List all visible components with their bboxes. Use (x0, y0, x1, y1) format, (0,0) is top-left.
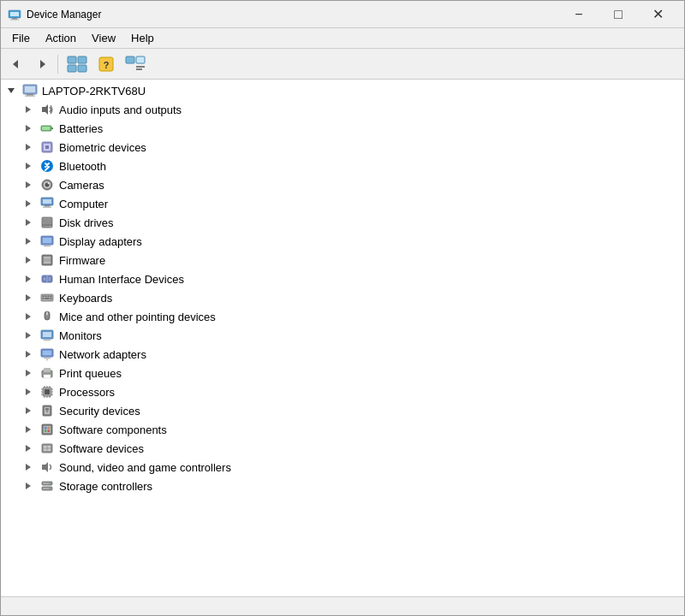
svg-rect-69 (48, 296, 50, 298)
svg-rect-67 (43, 296, 45, 298)
expand-icon[interactable] (21, 347, 35, 361)
expand-icon[interactable] (21, 404, 35, 418)
svg-rect-84 (43, 351, 51, 355)
software-components-icon (39, 423, 56, 436)
expand-icon[interactable] (21, 121, 35, 135)
item-label: Disk drives (59, 216, 114, 229)
expand-icon[interactable] (21, 197, 35, 210)
item-label: Processors (59, 386, 115, 399)
svg-marker-4 (13, 60, 18, 68)
svg-marker-59 (26, 275, 31, 282)
menu-action[interactable]: Action (38, 29, 84, 47)
menu-view[interactable]: View (84, 29, 123, 47)
expand-icon[interactable] (21, 441, 35, 455)
expand-icon[interactable] (21, 366, 35, 380)
list-item[interactable]: Bluetooth (1, 157, 684, 175)
item-label: Audio inputs and outputs (59, 104, 182, 116)
expand-icon[interactable] (21, 103, 35, 116)
hid-icon (39, 272, 56, 286)
content-area: LAPTOP-2RKTV68U Audio inputs and outputs (1, 80, 684, 596)
tree-root[interactable]: LAPTOP-2RKTV68U (1, 81, 684, 100)
expand-icon[interactable] (21, 140, 35, 154)
svg-rect-12 (126, 56, 134, 63)
battery-icon (39, 121, 56, 135)
overview-button[interactable] (62, 52, 92, 76)
list-item[interactable]: Mice and other pointing devices (1, 307, 684, 326)
forward-button[interactable] (30, 52, 54, 76)
list-item[interactable]: Disk drives (1, 213, 684, 232)
expand-icon[interactable] (21, 159, 35, 173)
list-item[interactable]: Security devices (1, 401, 684, 420)
minimize-button[interactable]: − (559, 1, 599, 28)
list-item[interactable]: Batteries (1, 119, 684, 138)
list-item[interactable]: Software components (1, 420, 684, 439)
expand-icon[interactable] (21, 178, 35, 192)
item-label: Cameras (59, 179, 104, 192)
menu-bar: File Action View Help (1, 28, 684, 49)
list-item[interactable]: Print queues (1, 364, 684, 382)
svg-marker-107 (26, 407, 31, 414)
expand-icon[interactable] (21, 272, 35, 286)
svg-point-37 (48, 183, 50, 185)
list-item[interactable]: Network adapters (1, 345, 684, 364)
svg-rect-89 (44, 368, 51, 372)
svg-rect-7 (78, 56, 86, 63)
root-expand-icon[interactable] (4, 84, 18, 98)
expand-icon[interactable] (21, 310, 35, 323)
list-item[interactable]: Display adapters (1, 232, 684, 251)
svg-rect-42 (43, 207, 51, 208)
svg-marker-16 (8, 88, 15, 93)
close-button[interactable]: ✕ (638, 1, 677, 28)
expand-icon[interactable] (21, 216, 35, 229)
svg-rect-73 (51, 298, 52, 299)
expand-icon[interactable] (21, 479, 35, 493)
mouse-icon (39, 310, 56, 323)
item-label: Storage controllers (59, 480, 152, 493)
list-item[interactable]: Storage controllers (1, 477, 684, 495)
svg-marker-38 (26, 200, 31, 207)
expand-icon[interactable] (21, 253, 35, 267)
monitor-icon (39, 329, 56, 342)
expand-icon[interactable] (21, 385, 35, 399)
menu-help[interactable]: Help (123, 29, 162, 47)
svg-marker-50 (26, 238, 31, 245)
menu-file[interactable]: File (4, 29, 38, 47)
list-item[interactable]: Keyboards (1, 288, 684, 307)
list-item[interactable]: Biometric devices (1, 138, 684, 157)
list-item[interactable]: Firmware (1, 251, 684, 270)
expand-icon[interactable] (21, 460, 35, 474)
back-button[interactable] (4, 52, 28, 76)
svg-point-86 (46, 359, 48, 361)
svg-point-63 (49, 277, 51, 279)
title-bar: Device Manager − □ ✕ (1, 1, 684, 28)
item-label: Display adapters (59, 235, 142, 248)
list-item[interactable]: Audio inputs and outputs (1, 100, 684, 119)
list-item[interactable]: Monitors (1, 326, 684, 345)
svg-rect-18 (25, 86, 35, 92)
expand-icon[interactable] (21, 329, 35, 342)
svg-rect-94 (45, 389, 50, 394)
expand-icon[interactable] (21, 234, 35, 248)
svg-point-129 (51, 483, 52, 484)
svg-marker-5 (40, 60, 45, 68)
list-item[interactable]: Software devices (1, 439, 684, 458)
list-item[interactable]: Sound, video and game controllers (1, 458, 684, 477)
properties-button[interactable] (120, 52, 151, 76)
camera-icon (39, 178, 56, 192)
window-controls: − □ ✕ (559, 1, 677, 28)
help-button[interactable]: ? (94, 52, 118, 76)
expand-icon[interactable] (21, 291, 35, 305)
list-item[interactable]: Cameras (1, 175, 684, 194)
svg-rect-6 (68, 56, 76, 63)
maximize-button[interactable]: □ (599, 1, 638, 28)
expand-icon[interactable] (21, 423, 35, 436)
list-item[interactable]: Human Interface Devices (1, 270, 684, 288)
item-label: Bluetooth (59, 160, 106, 173)
root-computer-icon (21, 84, 39, 98)
device-tree[interactable]: LAPTOP-2RKTV68U Audio inputs and outputs (1, 80, 684, 596)
list-item[interactable]: Processors (1, 382, 684, 401)
item-label: Security devices (59, 405, 140, 418)
list-item[interactable]: Computer (1, 194, 684, 213)
svg-rect-72 (45, 298, 50, 299)
svg-rect-52 (43, 238, 51, 243)
